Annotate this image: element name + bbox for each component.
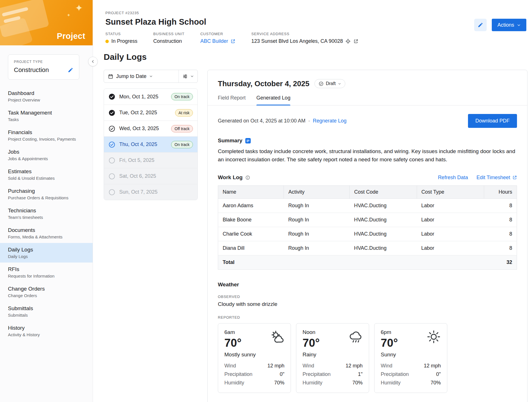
regenerate-log-link[interactable]: Regnerate Log [313,118,346,124]
date-list: Mon, Oct 1, 2025 On track Tue, Oct 2, 20… [104,88,198,200]
log-tabs: Field Report Generated Log [208,95,527,105]
chevron-left-icon [91,59,95,64]
sidebar-collapse-button[interactable] [88,57,98,66]
edit-project-button[interactable] [474,19,487,31]
project-logo: ✦ ✦ Project [0,0,93,45]
filter-sliders-icon [182,74,188,79]
sidebar-item-financials[interactable]: Financials Project Costing, Invoices, Pa… [0,126,93,145]
work-log-table: Name Activity Cost Code Cost Type Hours [218,185,517,270]
external-link-icon[interactable] [354,39,358,44]
date-row-oct-6[interactable]: Sat, Oct 6, 2025 [104,168,197,184]
chevron-down-icon [338,82,341,85]
work-log-section: Work Log Refresh Data Edit Timesheet [218,174,517,270]
locate-target-icon[interactable] [345,39,351,44]
chevron-down-icon [517,23,521,27]
date-row-oct-1[interactable]: Mon, Oct 1, 2025 On track [104,89,197,105]
table-row: Diana Dill Rough In HVAC.Ducting Labor 8 [218,241,517,255]
sun-icon [426,329,441,344]
empty-circle-icon [108,157,115,164]
check-circle-icon [108,109,115,116]
sidebar-item-task-management[interactable]: Task Management Tasks [0,106,93,126]
external-link-icon [512,175,517,180]
page-title: Daily Logs [104,52,527,62]
date-filter-button[interactable] [179,74,197,79]
draft-status-dropdown[interactable]: Draft [314,79,345,88]
sidebar-item-documents[interactable]: Documents Forms, Media & Attachments [0,223,93,243]
date-row-oct-4-selected[interactable]: Thu, Oct 4, 2025 On track [104,136,197,152]
edit-project-type-icon[interactable] [68,67,73,73]
project-number: PROJECT #23235 [105,11,358,15]
status-dot [105,40,109,43]
sun-cloud-icon [270,329,285,344]
table-row: Blake Boone Rough In HVAC.Ducting Labor … [218,213,517,227]
generated-timestamp: Generated on Oct 4, 2025 at 10:00 AM [218,118,305,124]
logo-decoration-card [0,0,49,38]
refresh-data-link[interactable]: Refresh Data [438,175,468,181]
sidebar-item-submittals[interactable]: Submittals Submittals [0,302,93,321]
sidebar-item-purchasing[interactable]: Purchasing Purchase Orders & Requisition… [0,184,93,204]
check-circle-icon [319,81,324,86]
business-unit-meta: BUSINESS UNIT Construction [153,32,184,44]
date-row-oct-3[interactable]: Wed, Oct 3, 2025 Off track [104,120,197,136]
sparkle-icon: ✦ [75,2,83,14]
table-row: Aaron Adams Rough In HVAC.Ducting Labor … [218,199,517,213]
business-unit-value: Construction [153,38,182,44]
logo-text: Project [57,31,85,41]
weather-card-noon: Noon 70° Rainy Wind12 mph Precipitation1… [296,323,369,393]
jump-to-date-button[interactable]: Jump to Date [104,73,178,79]
calendar-icon [108,74,113,79]
project-type-label: PROJECT TYPE [14,60,73,64]
date-row-oct-2[interactable]: Tue, Oct 2, 2025 At risk [104,105,197,120]
jump-to-date-control: Jump to Date [104,70,198,83]
empty-circle-icon [108,189,115,196]
table-row: Charlie Cook Rough In HVAC.Ducting Labor… [218,227,517,241]
content-area: Daily Logs Jump to Date [93,44,532,402]
check-circle-icon [108,93,115,100]
tab-generated-log[interactable]: Generated Log [256,95,290,105]
address-value: 123 Sunset Blvd Los Angeles, CA 90028 [251,38,343,44]
status-value: In Progress [111,38,137,44]
status-badge: At risk [175,109,193,117]
table-total-row: Total 32 [218,255,517,270]
empty-circle-icon [108,173,115,180]
sidebar-item-daily-logs[interactable]: Daily Logs Daily Logs [0,243,93,263]
status-meta: STATUS In Progress [105,32,137,44]
project-title: Sunset Plaza High School [105,17,358,27]
chevron-down-icon [149,75,153,78]
sidebar-item-dashboard[interactable]: Dashboard Project Overview [0,86,93,106]
project-meta-row: STATUS In Progress BUSINESS UNIT Constru… [105,32,358,44]
header-actions: Actions [474,19,526,31]
sidebar-item-history[interactable]: History Activity & History [0,321,93,341]
summary-text: Completed tasks today include concrete w… [218,147,517,164]
sidebar-item-jobs[interactable]: Jobs Jobs & Appointments [0,145,93,165]
observed-label: OBSERVED [218,295,517,299]
actions-button[interactable]: Actions [492,19,526,31]
sidebar-item-change-orders[interactable]: Change Orders Change Orders [0,282,93,302]
download-pdf-button[interactable]: Download PDF [468,114,517,128]
edit-timesheet-link[interactable]: Edit Timesheet [476,175,517,181]
sidebar-item-rfis[interactable]: RFIs Requests for Information [0,263,93,282]
status-badge: Off track [171,125,193,132]
info-icon [245,175,250,180]
customer-meta: CUSTOMER ABC Builder [200,32,235,44]
table-header-row: Name Activity Cost Code Cost Type Hours [218,186,517,199]
daily-log-card: Thursday, October 4, 2025 Draft Field Re… [207,70,527,402]
service-address-meta: SERVICE ADDRESS 123 Sunset Blvd Los Ange… [251,32,358,44]
sparkle-icon: ✦ [67,12,71,18]
weather-card-6pm: 6pm 70° Sunny Wind12 mph Precipitation0" [374,323,447,393]
check-circle-outline-icon [108,141,115,148]
tab-field-report[interactable]: Field Report [218,95,246,105]
sidebar-item-estimates[interactable]: Estimates Sold & Unsold Estimates [0,165,93,184]
pencil-icon [478,22,483,28]
status-badge: On track [171,93,193,100]
sidebar-nav: Dashboard Project Overview Task Manageme… [0,86,93,345]
check-circle-outline-icon [108,125,115,132]
external-link-icon[interactable] [231,39,235,44]
customer-link[interactable]: ABC Builder [200,38,228,44]
date-row-oct-5[interactable]: Fri, Oct 5, 2025 [104,152,197,168]
weather-title: Weather [218,282,239,288]
log-date-title: Thursday, October 4, 2025 [218,79,309,88]
summary-title: Summary [218,137,242,144]
sidebar-item-technicians[interactable]: Technicians Team's timesheets [0,204,93,223]
date-row-oct-7[interactable]: Sun, Oct 7, 2025 [104,184,197,200]
